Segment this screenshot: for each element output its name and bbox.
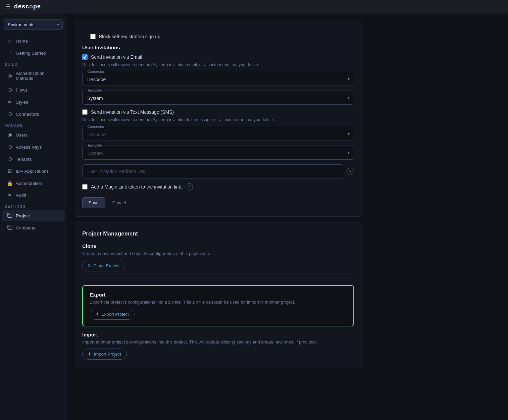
sms-template-field: Template System ▾ bbox=[82, 146, 354, 160]
topbar: ☰ descope bbox=[0, 0, 508, 13]
sidebar-item-label: Connectors bbox=[16, 112, 39, 117]
sidebar-item-flows[interactable]: ⬡ Flows bbox=[2, 84, 65, 96]
export-project-button[interactable]: ⬇ Export Project bbox=[90, 309, 135, 320]
sms-template-container: Template System ▾ bbox=[82, 146, 354, 160]
sms-connector-select[interactable]: Descope bbox=[83, 127, 354, 141]
user-invitations-title: User Invitations bbox=[82, 45, 354, 50]
sidebar-item-label: Audit bbox=[16, 193, 26, 198]
sms-connector-label: Connector bbox=[86, 124, 106, 128]
email-template-field: Template System ▾ bbox=[82, 91, 354, 105]
idp-icon: ⊞ bbox=[7, 168, 13, 174]
cancel-button[interactable]: Cancel bbox=[108, 198, 130, 208]
users-icon: ◉ bbox=[7, 132, 13, 138]
email-invitation-checkbox[interactable] bbox=[82, 54, 88, 60]
clone-icon: ⧉ bbox=[88, 263, 91, 268]
sidebar-item-getting-started[interactable]: ⚐ Getting Started bbox=[2, 47, 65, 59]
sidebar-item-home[interactable]: ⌂ Home bbox=[2, 36, 65, 47]
sidebar-item-label: IDP Applications bbox=[16, 169, 49, 174]
clone-title: Clone bbox=[82, 243, 354, 249]
main-content: Block self-registration sign up User Inv… bbox=[67, 0, 508, 420]
sidebar-item-project[interactable]: Project bbox=[2, 210, 65, 221]
svg-rect-6 bbox=[8, 226, 10, 227]
save-cancel-row: Save Cancel bbox=[82, 197, 354, 208]
email-template-select[interactable]: System bbox=[83, 91, 354, 104]
email-invitation-description: Decide if users will receive a generic (… bbox=[82, 62, 354, 67]
sms-connector-field: Connector Descope ▾ bbox=[82, 127, 354, 141]
email-connector-select[interactable]: Descope bbox=[83, 72, 354, 86]
clone-description: Create a new project and copy the config… bbox=[82, 251, 354, 256]
email-connector-container: Connector Descope ▾ bbox=[82, 72, 354, 86]
app-logo: descope bbox=[14, 3, 41, 10]
block-self-registration-checkbox[interactable] bbox=[90, 34, 96, 39]
sidebar-item-styles[interactable]: ✏ Styles bbox=[2, 96, 65, 108]
project-icon bbox=[7, 213, 13, 219]
flows-icon: ⬡ bbox=[7, 87, 13, 93]
email-connector-label: Connector bbox=[86, 69, 106, 73]
import-button-label: Import Project bbox=[94, 352, 121, 357]
export-description: Export the project's configurations into… bbox=[90, 300, 347, 305]
lock-icon: 🔒 bbox=[7, 180, 13, 186]
sidebar-item-idp-applications[interactable]: ⊞ IDP Applications bbox=[2, 165, 65, 177]
magic-link-row: Add a Magic Link token to the invitation… bbox=[82, 183, 354, 191]
export-section: Export Export the project's configuratio… bbox=[82, 285, 354, 326]
sidebar-item-label: Getting Started bbox=[16, 51, 46, 56]
sidebar-item-audit[interactable]: ≡ Audit bbox=[2, 190, 65, 201]
save-button[interactable]: Save bbox=[82, 197, 105, 208]
import-section: Import Import another project's configur… bbox=[82, 332, 354, 360]
sidebar-item-label: Authorization bbox=[16, 181, 42, 186]
email-invitation-label[interactable]: Send invitation via Email bbox=[91, 54, 142, 60]
import-icon: ⬇ bbox=[88, 352, 92, 357]
audit-icon: ≡ bbox=[7, 192, 13, 198]
settings-section-label: Settings bbox=[0, 201, 67, 210]
sms-connector-container: Connector Descope ▾ bbox=[82, 127, 354, 141]
sidebar: Environments ▾ ⌂ Home ⚐ Getting Started … bbox=[0, 0, 67, 420]
chevron-down-icon: ▾ bbox=[57, 22, 59, 27]
magic-link-help-icon[interactable]: ? bbox=[186, 183, 193, 191]
sms-invitation-checkbox-row: Send invitation via Text Message (SMS) bbox=[82, 109, 354, 115]
connectors-icon: ⬡ bbox=[7, 111, 13, 117]
menu-icon[interactable]: ☰ bbox=[5, 3, 10, 10]
sidebar-item-label: Authentication Methods bbox=[16, 71, 60, 81]
sidebar-item-authorization[interactable]: 🔒 Authorization bbox=[2, 177, 65, 189]
block-self-registration-label[interactable]: Block self-registration sign up bbox=[99, 34, 160, 39]
key-icon: ⬡ bbox=[7, 144, 13, 150]
redirect-url-row: ? bbox=[82, 164, 354, 178]
sidebar-item-users[interactable]: ◉ Users bbox=[2, 129, 65, 141]
help-icon[interactable]: ? bbox=[347, 168, 354, 175]
export-title: Export bbox=[90, 292, 347, 298]
sidebar-item-company[interactable]: Company bbox=[2, 222, 65, 233]
svg-rect-1 bbox=[8, 214, 10, 215]
clone-project-button[interactable]: ⧉ Clone Project bbox=[82, 260, 125, 271]
sidebar-item-label: Project bbox=[16, 213, 30, 218]
email-template-container: Template System ▾ bbox=[82, 91, 354, 105]
manage-section-label: Manage bbox=[0, 120, 67, 129]
sidebar-item-label: Tenants bbox=[16, 157, 32, 162]
sidebar-item-access-keys[interactable]: ⬡ Access Keys bbox=[2, 141, 65, 153]
export-icon: ⬇ bbox=[95, 312, 99, 317]
environment-selector[interactable]: Environments ▾ bbox=[4, 19, 63, 30]
flag-icon: ⚐ bbox=[7, 50, 13, 56]
block-self-reg-row: Block self-registration sign up bbox=[82, 27, 354, 45]
sms-invitation-description: Decide if users will receive a generic (… bbox=[82, 117, 354, 122]
sidebar-item-auth-methods[interactable]: ◎ Authentication Methods bbox=[2, 68, 65, 84]
sms-invitation-label[interactable]: Send invitation via Text Message (SMS) bbox=[91, 109, 174, 115]
company-icon bbox=[7, 225, 13, 231]
user-invitations-section: User Invitations Send invitation via Ema… bbox=[82, 45, 354, 208]
email-template-label: Template bbox=[86, 88, 104, 92]
magic-link-label[interactable]: Add a Magic Link token to the invitation… bbox=[91, 184, 182, 190]
clone-section: Clone Create a new project and copy the … bbox=[82, 243, 354, 271]
sidebar-item-tenants[interactable]: ⬡ Tenants bbox=[2, 153, 65, 165]
sms-invitation-checkbox[interactable] bbox=[82, 109, 88, 115]
redirect-url-input[interactable] bbox=[82, 164, 343, 178]
clone-button-label: Clone Project bbox=[93, 263, 119, 268]
project-management-title: Project Management bbox=[82, 230, 354, 237]
sms-template-select[interactable]: System bbox=[83, 146, 354, 159]
magic-link-checkbox[interactable] bbox=[82, 184, 88, 190]
import-project-button[interactable]: ⬇ Import Project bbox=[82, 349, 127, 360]
env-selector-label: Environments bbox=[8, 22, 34, 27]
sidebar-item-label: Flows bbox=[16, 88, 28, 93]
sidebar-item-connectors[interactable]: ⬡ Connectors bbox=[2, 108, 65, 120]
sidebar-item-label: Access Keys bbox=[16, 145, 42, 150]
user-settings-card: Block self-registration sign up User Inv… bbox=[74, 19, 362, 217]
build-section-label: Build bbox=[0, 59, 67, 68]
